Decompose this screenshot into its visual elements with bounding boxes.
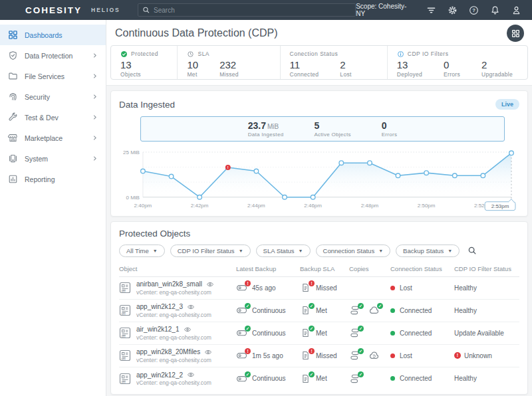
filter-cdp-io-filter-status[interactable]: CDP IO Filter Status▼ bbox=[170, 245, 251, 257]
summary-group-label: CDP IO Filters bbox=[408, 50, 449, 57]
connection-status-text: Lost bbox=[400, 284, 412, 292]
table-row[interactable]: vm anirban_win2k8_small vCenter: eng-qa-… bbox=[119, 277, 519, 300]
sidebar-item-label: Dashboards bbox=[25, 31, 63, 39]
sla-doc-icon: ✓ bbox=[300, 306, 311, 315]
data-point[interactable] bbox=[339, 161, 344, 165]
eye-icon[interactable] bbox=[187, 303, 195, 311]
status-dot bbox=[390, 331, 395, 336]
data-ingested-chart[interactable]: !25 MiB0 MiB2:40pm2:42pm2:44pm2:46pm2:48… bbox=[119, 146, 519, 212]
data-point[interactable] bbox=[424, 171, 429, 175]
latest-backup-text: 45s ago bbox=[252, 284, 276, 292]
page-title: Continuous Data Protection (CDP) bbox=[115, 27, 278, 39]
filter-label: SLA Status bbox=[263, 247, 295, 254]
data-ingested-card: Data Ingested Live 23.7MiB Data Ingested… bbox=[110, 90, 528, 217]
gear-icon[interactable] bbox=[448, 5, 458, 15]
sla-doc-icon: ✓ bbox=[300, 328, 311, 338]
help-icon[interactable]: ? bbox=[469, 5, 479, 15]
data-point[interactable] bbox=[368, 161, 372, 165]
table-row[interactable]: vm app_win2k12_2 vCenter: eng-qa-cohesit… bbox=[119, 367, 519, 390]
data-point[interactable] bbox=[198, 195, 202, 199]
filter-connection-status[interactable]: Connection Status▼ bbox=[316, 245, 391, 257]
svg-text:vm: vm bbox=[121, 335, 125, 338]
data-point[interactable] bbox=[396, 173, 400, 178]
table-row[interactable]: vm air_win2k12_1 vCenter: eng-qa-cohesit… bbox=[119, 322, 519, 345]
y-tick-top: 25 MiB bbox=[123, 149, 140, 155]
filter-backup-status[interactable]: Backup Status▼ bbox=[396, 245, 460, 257]
object-subtitle: vCenter: eng-qa-cohesity.com bbox=[136, 357, 212, 363]
report-icon bbox=[8, 174, 18, 184]
sidebar-item-file-services[interactable]: File Services bbox=[0, 66, 106, 86]
scope-selector[interactable]: Scope: Cohesity-NY bbox=[356, 3, 415, 17]
status-dot bbox=[390, 353, 395, 358]
main-content: Continuous Data Protection (CDP) Protect… bbox=[106, 20, 532, 396]
user-icon[interactable] bbox=[511, 5, 521, 15]
data-point[interactable] bbox=[481, 173, 485, 178]
global-search[interactable] bbox=[138, 3, 356, 17]
chevron-down-icon: ▼ bbox=[378, 248, 383, 253]
sidebar-item-marketplace[interactable]: Marketplace bbox=[0, 128, 106, 148]
status-dot bbox=[390, 286, 395, 290]
data-ingested-title: Data Ingested bbox=[119, 100, 175, 110]
sidebar-item-label: Marketplace bbox=[25, 134, 63, 142]
filter-label: All Time bbox=[126, 247, 149, 254]
topbar: COHESITY HELIOS Scope: Cohesity-NY ? bbox=[0, 0, 532, 20]
latest-backup-cell: ✓Continuous bbox=[236, 374, 300, 383]
connection-status-cell: Lost bbox=[390, 352, 454, 359]
search-icon bbox=[142, 6, 150, 14]
latest-backup-cell: ✓Continuous bbox=[236, 306, 300, 315]
filter-icon[interactable] bbox=[426, 5, 436, 15]
data-point[interactable] bbox=[283, 195, 287, 199]
filter-sla-status[interactable]: SLA Status▼ bbox=[256, 245, 311, 257]
ingest-stat-value: 5 bbox=[314, 120, 350, 131]
sidebar-item-dashboards[interactable]: Dashboards bbox=[0, 25, 106, 45]
eye-icon[interactable] bbox=[187, 371, 195, 379]
chart-svg: !25 MiB0 MiB2:40pm2:42pm2:44pm2:46pm2:48… bbox=[119, 146, 519, 212]
cursor-tooltip: 2:53pm bbox=[485, 199, 515, 211]
table-row[interactable]: vm app_win2k8_20Mfiles vCenter: eng-qa-c… bbox=[119, 345, 519, 367]
data-point[interactable] bbox=[254, 169, 259, 173]
search-input[interactable] bbox=[154, 7, 351, 14]
filter-label: Connection Status bbox=[323, 247, 375, 254]
data-point[interactable] bbox=[311, 195, 315, 199]
summary-stat: 232 Missed bbox=[219, 59, 239, 78]
backup-icon: ! bbox=[236, 351, 247, 360]
table-search-icon[interactable] bbox=[467, 246, 477, 255]
sidebar-item-label: File Services bbox=[25, 72, 65, 80]
latest-backup-text: 1m 5s ago bbox=[252, 352, 283, 359]
eye-icon[interactable] bbox=[184, 326, 192, 334]
object-name: air_win2k12_1 bbox=[136, 326, 180, 333]
sidebar-item-security[interactable]: Security bbox=[0, 86, 106, 107]
bell-icon[interactable] bbox=[490, 5, 500, 15]
backup-sla-cell: ✓Met bbox=[300, 374, 349, 383]
table-row[interactable]: vm app_win2k12_3 vCenter: eng-qa-cohesit… bbox=[119, 300, 519, 322]
sidebar-item-reporting[interactable]: Reporting bbox=[0, 169, 106, 189]
chevron-right-icon bbox=[92, 114, 98, 120]
chevron-down-icon: ▼ bbox=[299, 248, 303, 253]
sidebar-item-test-dev[interactable]: Test & Dev bbox=[0, 107, 106, 128]
sidebar-item-data-protection[interactable]: Data Protection bbox=[0, 45, 106, 66]
svg-text:?: ? bbox=[472, 7, 475, 13]
summary-group-label: SLA bbox=[198, 50, 209, 57]
filter-all-time[interactable]: All Time▼ bbox=[119, 245, 165, 257]
object-name: app_win2k12_3 bbox=[136, 303, 183, 310]
dashboards-icon bbox=[8, 30, 18, 40]
data-point[interactable] bbox=[141, 169, 146, 173]
data-point[interactable] bbox=[453, 173, 458, 178]
sidebar-item-label: Test & Dev bbox=[25, 114, 59, 122]
backup-icon: ✓ bbox=[236, 306, 247, 315]
dashboard-switcher-button[interactable] bbox=[507, 25, 524, 42]
vm-icon: vm bbox=[119, 327, 131, 339]
eye-icon[interactable] bbox=[206, 280, 214, 288]
error-badge-icon: ! bbox=[245, 348, 251, 354]
summary-stat: 2 Lost bbox=[340, 59, 351, 78]
data-point[interactable] bbox=[509, 151, 514, 155]
summary-stat-value: 0 bbox=[444, 59, 460, 70]
eye-icon[interactable] bbox=[204, 348, 212, 356]
sidebar-item-system[interactable]: System bbox=[0, 148, 106, 169]
backup-icon: ! bbox=[236, 283, 247, 292]
summary-stat: 13 Objects bbox=[120, 59, 141, 78]
data-point[interactable] bbox=[169, 174, 174, 179]
chevron-down-icon: ▼ bbox=[448, 248, 452, 253]
latest-backup-cell: !1m 5s ago bbox=[236, 351, 300, 360]
backup-sla-cell: ✓Met bbox=[300, 306, 349, 315]
